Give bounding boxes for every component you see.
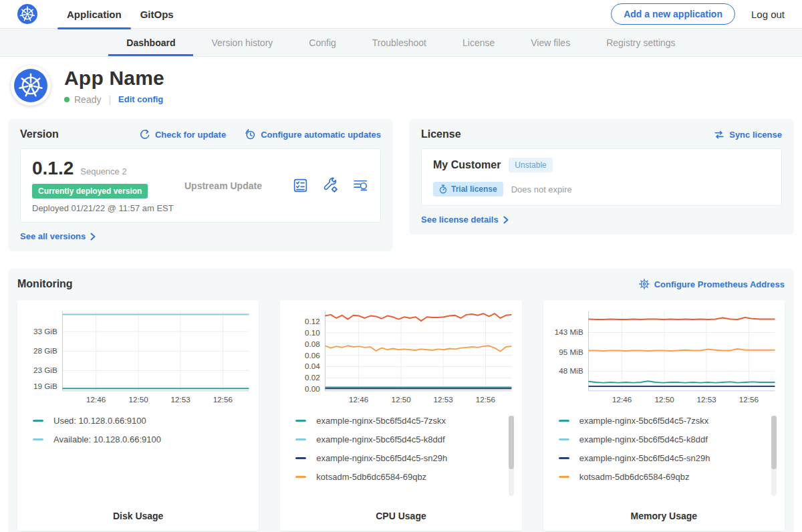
version-card-title: Version [20, 128, 59, 140]
chart-title: CPU Usage [286, 511, 515, 521]
tab-troubleshoot[interactable]: Troubleshoot [354, 29, 444, 56]
license-type-badge: Trial license [433, 182, 503, 196]
svg-text:19 GiB: 19 GiB [33, 382, 57, 390]
legend-item: Available: 10.128.0.66:9100 [33, 434, 253, 444]
svg-text:23 GiB: 23 GiB [33, 366, 57, 374]
svg-text:12:46: 12:46 [349, 395, 368, 404]
legend-item: Used: 10.128.0.66:9100 [33, 416, 253, 426]
legend-color-dash [295, 420, 306, 422]
tab-application[interactable]: Application [57, 0, 131, 29]
tab-view-files[interactable]: View files [513, 29, 588, 56]
add-application-button[interactable]: Add a new application [611, 3, 735, 25]
legend-color-dash [559, 476, 569, 478]
preflight-checks-icon[interactable] [292, 177, 309, 194]
app-status: Ready [74, 94, 101, 105]
status-dot-icon [64, 97, 70, 102]
svg-text:0.08: 0.08 [305, 340, 320, 348]
deployed-badge: Currently deployed version [32, 184, 148, 198]
legend-label: kotsadm-5db6dc6584-69qbz [579, 472, 690, 482]
app-logo-circle [14, 69, 47, 102]
legend-label: example-nginx-5bc6f5d4c5-7zskx [579, 416, 709, 426]
chevron-right-icon [90, 233, 96, 241]
clock-refresh-icon [245, 129, 256, 140]
tab-registry-settings[interactable]: Registry settings [588, 29, 693, 56]
tab-license[interactable]: License [444, 29, 513, 56]
chart-title: Disk Usage [23, 511, 253, 521]
svg-text:48 MiB: 48 MiB [559, 366, 583, 375]
top-nav: Application GitOps Add a new application… [0, 0, 802, 29]
license-card-title: License [421, 128, 461, 140]
monitoring-title: Monitoring [17, 278, 73, 290]
svg-text:33 GiB: 33 GiB [33, 327, 57, 336]
tab-dashboard[interactable]: Dashboard [108, 29, 193, 56]
chart-legend[interactable]: example-nginx-5bc6f5d4c5-7zskxexample-ng… [286, 416, 515, 501]
legend-label: Available: 10.128.0.66:9100 [53, 434, 161, 444]
tab-version-history[interactable]: Version history [193, 29, 291, 56]
version-card: Version Check for update Configure autom… [8, 119, 393, 251]
svg-text:12:53: 12:53 [170, 395, 190, 404]
svg-text:12:50: 12:50 [128, 395, 148, 404]
tab-gitops[interactable]: GitOps [131, 0, 183, 29]
view-logs-icon[interactable] [352, 177, 369, 194]
sync-license-button[interactable]: Sync license [714, 130, 782, 140]
legend-color-dash [559, 420, 569, 422]
svg-text:0.10: 0.10 [305, 328, 320, 337]
legend-color-dash [295, 457, 306, 459]
app-title: App Name [64, 67, 164, 90]
customer-name: My Customer [433, 159, 501, 171]
legend-label: example-nginx-5bc6f5d4c5-sn29h [579, 453, 710, 463]
app-header: App Name Ready | Edit config [0, 57, 802, 118]
memory-usage-chart: 143 MiB95 MiB48 MiB12:4612:5012:5312:56 [549, 307, 779, 406]
configure-automatic-updates-button[interactable]: Configure automatic updates [245, 129, 381, 140]
see-license-details-link[interactable]: See license details [421, 215, 509, 225]
disk-usage-chart: 33 GiB28 GiB23 GiB19 GiB12:4612:5012:531… [23, 307, 253, 406]
config-wrench-icon[interactable] [322, 177, 339, 194]
svg-text:28 GiB: 28 GiB [33, 346, 57, 355]
legend-item: example-nginx-5bc6f5d4c5-k8ddf [295, 434, 515, 444]
svg-text:0.12: 0.12 [305, 317, 320, 325]
helm-wheel-icon [19, 6, 35, 22]
legend-color-dash [33, 438, 43, 440]
legend-scrollbar-track[interactable] [509, 416, 514, 496]
legend-item: example-nginx-5bc6f5d4c5-7zskx [559, 416, 779, 426]
legend-scrollbar-thumb[interactable] [771, 416, 777, 469]
svg-text:0.02: 0.02 [305, 373, 320, 382]
monitoring-card: Monitoring Configure Prometheus Address … [8, 269, 794, 532]
legend-label: example-nginx-5bc6f5d4c5-k8ddf [579, 434, 708, 444]
legend-item: example-nginx-5bc6f5d4c5-k8ddf [559, 434, 779, 444]
legend-color-dash [559, 457, 569, 459]
version-sequence: Sequence 2 [80, 166, 126, 176]
version-number: 0.1.2 [32, 158, 74, 179]
svg-text:12:53: 12:53 [696, 395, 716, 404]
cpu-usage-chart-card: 0.120.100.080.060.040.020.0012:4612:5012… [280, 300, 521, 531]
legend-color-dash [559, 438, 569, 440]
check-for-update-button[interactable]: Check for update [140, 129, 226, 140]
primary-tabs: Application GitOps [57, 0, 183, 28]
edit-config-link[interactable]: Edit config [118, 94, 163, 104]
see-all-versions-link[interactable]: See all versions [20, 231, 96, 241]
legend-label: example-nginx-5bc6f5d4c5-7zskx [316, 416, 446, 426]
chart-legend[interactable]: example-nginx-5bc6f5d4c5-7zskxexample-ng… [549, 416, 779, 501]
deployed-timestamp: Deployed 01/21/22 @ 11:57 am EST [32, 203, 176, 213]
license-box: My Customer Unstable Trial license Does … [421, 148, 782, 206]
logout-link[interactable]: Log out [751, 9, 785, 20]
legend-scrollbar-thumb[interactable] [509, 416, 514, 469]
sync-arrows-icon [714, 130, 724, 140]
svg-text:12:50: 12:50 [654, 395, 674, 404]
svg-text:12:53: 12:53 [434, 395, 453, 404]
legend-scrollbar-track[interactable] [771, 416, 777, 496]
app-logo [11, 65, 51, 106]
legend-label: example-nginx-5bc6f5d4c5-sn29h [316, 453, 447, 463]
svg-text:12:46: 12:46 [86, 395, 106, 404]
chart-legend[interactable]: Used: 10.128.0.66:9100Available: 10.128.… [23, 416, 253, 501]
svg-text:12:56: 12:56 [476, 395, 495, 404]
configure-prometheus-button[interactable]: Configure Prometheus Address [639, 279, 785, 289]
svg-text:12:46: 12:46 [612, 395, 632, 404]
kubernetes-logo[interactable] [17, 4, 37, 24]
legend-item: example-nginx-5bc6f5d4c5-7zskx [295, 416, 515, 426]
legend-item: kotsadm-5db6dc6584-69qbz [559, 472, 779, 482]
tab-config[interactable]: Config [291, 29, 354, 56]
stopwatch-icon [439, 184, 447, 194]
divider: | [108, 94, 111, 105]
current-version-box: 0.1.2 Sequence 2 Currently deployed vers… [20, 148, 381, 223]
